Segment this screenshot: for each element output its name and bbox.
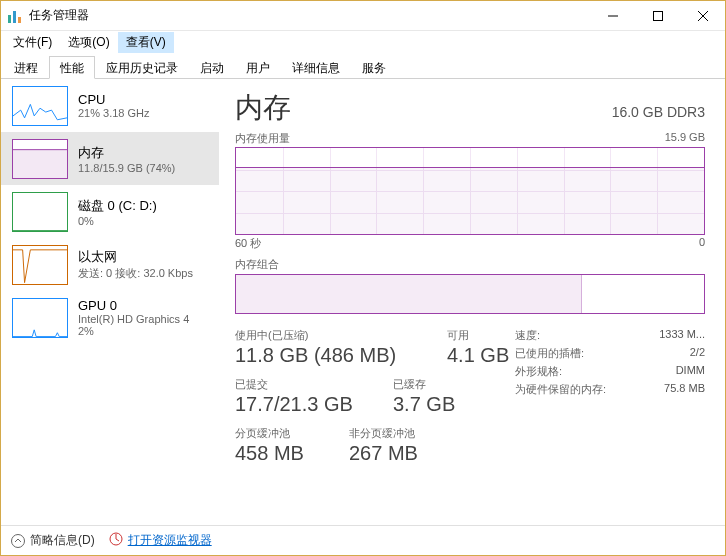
usage-label: 内存使用量 <box>235 131 290 146</box>
form-value: DIMM <box>676 364 705 379</box>
gpu-label: GPU 0 <box>78 298 189 313</box>
close-button[interactable] <box>680 1 725 30</box>
main-panel: 内存 16.0 GB DDR3 内存使用量15.9 GB 60 秒0 内存组合 <box>219 79 725 531</box>
brief-info-button[interactable]: 简略信息(D) <box>11 532 95 549</box>
content: CPU21% 3.18 GHz 内存11.8/15.9 GB (74%) 磁盘 … <box>1 79 725 531</box>
slots-label: 已使用的插槽: <box>515 346 584 361</box>
tab-services[interactable]: 服务 <box>351 56 397 79</box>
axis-right: 0 <box>699 236 705 251</box>
usage-chart <box>235 147 705 235</box>
tabbar: 进程 性能 应用历史记录 启动 用户 详细信息 服务 <box>1 55 725 79</box>
nonpaged-label: 非分页缓冲池 <box>349 426 418 441</box>
titlebar: 任务管理器 <box>1 1 725 31</box>
gpu-thumb <box>12 298 68 338</box>
form-label: 外形规格: <box>515 364 562 379</box>
memory-spec: 16.0 GB DDR3 <box>612 104 705 120</box>
available-value: 4.1 GB <box>447 344 509 367</box>
maximize-button[interactable] <box>635 1 680 30</box>
open-resmon-label: 打开资源监视器 <box>128 532 212 549</box>
in-use-value: 11.8 GB (486 MB) <box>235 344 425 367</box>
svg-rect-7 <box>13 149 67 178</box>
usage-chart-section: 内存使用量15.9 GB 60 秒0 <box>235 131 705 251</box>
menu-file[interactable]: 文件(F) <box>5 32 60 53</box>
axis-left: 60 秒 <box>235 236 261 251</box>
committed-value: 17.7/21.3 GB <box>235 393 371 416</box>
disk-sub: 0% <box>78 215 157 227</box>
sidebar-item-memory[interactable]: 内存11.8/15.9 GB (74%) <box>1 132 219 185</box>
svg-rect-4 <box>653 11 662 20</box>
svg-rect-1 <box>13 11 16 23</box>
tab-details[interactable]: 详细信息 <box>281 56 351 79</box>
window-buttons <box>590 1 725 30</box>
svg-rect-0 <box>8 15 11 23</box>
available-label: 可用 <box>447 328 509 343</box>
sidebar-item-ethernet[interactable]: 以太网发送: 0 接收: 32.0 Kbps <box>1 238 219 291</box>
slots-value: 2/2 <box>690 346 705 361</box>
gpu-sub2: 2% <box>78 325 189 337</box>
sidebar-item-disk[interactable]: 磁盘 0 (C: D:)0% <box>1 185 219 238</box>
svg-line-12 <box>116 539 119 541</box>
minimize-button[interactable] <box>590 1 635 30</box>
tab-processes[interactable]: 进程 <box>3 56 49 79</box>
speed-value: 1333 M... <box>659 328 705 343</box>
gpu-sub: Intel(R) HD Graphics 4 <box>78 313 189 325</box>
menu-options[interactable]: 选项(O) <box>60 32 117 53</box>
composition-chart <box>235 274 705 314</box>
paged-label: 分页缓冲池 <box>235 426 327 441</box>
nonpaged-value: 267 MB <box>349 442 418 465</box>
memory-label: 内存 <box>78 144 175 162</box>
paged-value: 458 MB <box>235 442 327 465</box>
disk-label: 磁盘 0 (C: D:) <box>78 197 157 215</box>
tab-performance[interactable]: 性能 <box>49 56 95 79</box>
menubar: 文件(F) 选项(O) 查看(V) <box>1 31 725 53</box>
statusbar: 简略信息(D) 打开资源监视器 <box>1 525 725 555</box>
ethernet-sub: 发送: 0 接收: 32.0 Kbps <box>78 266 193 281</box>
disk-thumb <box>12 192 68 232</box>
in-use-label: 使用中(已压缩) <box>235 328 425 343</box>
memory-sub: 11.8/15.9 GB (74%) <box>78 162 175 174</box>
cached-value: 3.7 GB <box>393 393 455 416</box>
speed-label: 速度: <box>515 328 540 343</box>
tab-users[interactable]: 用户 <box>235 56 281 79</box>
main-title: 内存 <box>235 89 291 127</box>
open-resmon-button[interactable]: 打开资源监视器 <box>109 532 212 549</box>
cpu-sub: 21% 3.18 GHz <box>78 107 150 119</box>
composition-label: 内存组合 <box>235 257 279 272</box>
cached-label: 已缓存 <box>393 377 455 392</box>
tab-startup[interactable]: 启动 <box>189 56 235 79</box>
ethernet-label: 以太网 <box>78 248 193 266</box>
sidebar-item-gpu[interactable]: GPU 0Intel(R) HD Graphics 42% <box>1 291 219 344</box>
menu-view[interactable]: 查看(V) <box>118 32 174 53</box>
composition-section: 内存组合 <box>235 257 705 314</box>
cpu-thumb <box>12 86 68 126</box>
sidebar: CPU21% 3.18 GHz 内存11.8/15.9 GB (74%) 磁盘 … <box>1 79 219 531</box>
usage-max: 15.9 GB <box>665 131 705 146</box>
window-title: 任务管理器 <box>29 7 590 24</box>
committed-label: 已提交 <box>235 377 371 392</box>
app-icon <box>7 8 23 24</box>
ethernet-thumb <box>12 245 68 285</box>
stats: 使用中(已压缩)11.8 GB (486 MB) 可用4.1 GB 已提交17.… <box>235 328 705 475</box>
memory-thumb <box>12 139 68 179</box>
cpu-label: CPU <box>78 92 150 107</box>
sidebar-item-cpu[interactable]: CPU21% 3.18 GHz <box>1 79 219 132</box>
chevron-up-icon <box>11 534 25 548</box>
resmon-icon <box>109 532 123 549</box>
svg-rect-2 <box>18 17 21 23</box>
tab-app-history[interactable]: 应用历史记录 <box>95 56 189 79</box>
reserved-value: 75.8 MB <box>664 382 705 397</box>
reserved-label: 为硬件保留的内存: <box>515 382 606 397</box>
brief-info-label: 简略信息(D) <box>30 532 95 549</box>
